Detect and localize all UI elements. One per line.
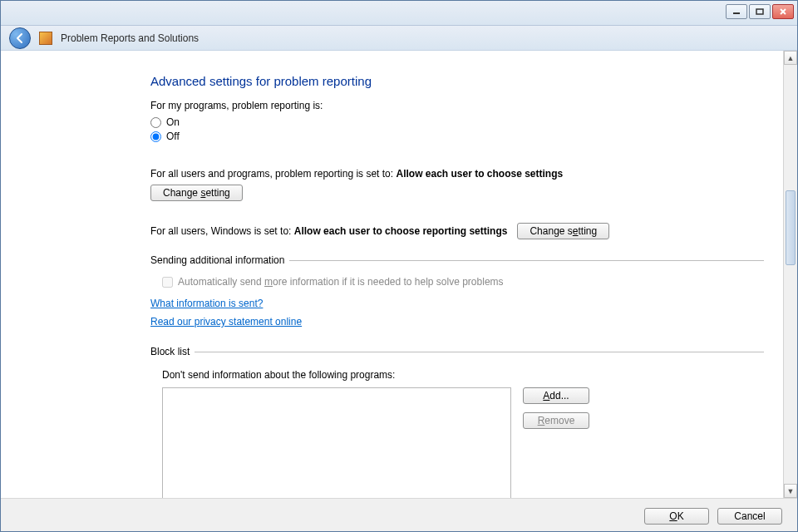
radio-on[interactable]: On [150, 116, 764, 128]
radio-off-input[interactable] [150, 131, 161, 142]
cancel-button[interactable]: Cancel [717, 508, 782, 525]
svg-rect-1 [756, 9, 763, 14]
page-heading: Advanced settings for problem reporting [150, 74, 764, 88]
radio-off-label: Off [166, 131, 180, 142]
all-users-windows-line: For all users, Windows is set to: Allow … [150, 223, 764, 239]
group-sending: Sending additional information Automatic… [150, 254, 764, 331]
scroll-up-arrow[interactable]: ▲ [784, 51, 797, 65]
group-block-list: Block list Don't send information about … [150, 346, 764, 498]
window-title: Problem Reports and Solutions [61, 32, 199, 44]
content-wrap: Advanced settings for problem reporting … [1, 51, 797, 498]
ok-button[interactable]: OK [644, 508, 709, 525]
group-block-title: Block list [150, 346, 195, 357]
scroll-down-arrow[interactable]: ▼ [784, 484, 797, 498]
radio-on-input[interactable] [150, 117, 161, 128]
maximize-button[interactable] [749, 4, 771, 19]
app-icon [39, 32, 52, 45]
block-list-box[interactable] [162, 387, 511, 498]
change-setting-button-2[interactable]: Change setting [517, 223, 609, 239]
scroll-track[interactable] [784, 65, 797, 484]
my-programs-label: For my programs, problem reporting is: [150, 100, 764, 111]
remove-button: Remove [523, 412, 589, 429]
nav-band: Problem Reports and Solutions [1, 26, 797, 51]
cb-auto-send: Automatically send more information if i… [162, 276, 764, 288]
scroll-thumb[interactable] [786, 190, 796, 265]
cb-auto-send-label: Automatically send more information if i… [178, 276, 504, 288]
close-button[interactable] [772, 4, 794, 19]
all-users-programs-prefix: For all users and programs, problem repo… [150, 168, 396, 180]
all-users-windows-value: Allow each user to choose reporting sett… [294, 225, 508, 237]
all-users-programs-line: For all users and programs, problem repo… [150, 168, 764, 180]
block-list-label: Don't send information about the followi… [162, 369, 764, 381]
vertical-scrollbar[interactable]: ▲ ▼ [783, 51, 797, 498]
all-users-programs-value: Allow each user to choose settings [396, 168, 563, 180]
minimize-button[interactable] [726, 4, 747, 19]
back-button[interactable] [9, 27, 31, 49]
group-sending-title: Sending additional information [150, 254, 289, 266]
add-button[interactable]: Add... [523, 387, 589, 404]
radio-on-label: On [166, 116, 180, 128]
change-setting-button-1[interactable]: Change setting [150, 185, 243, 201]
link-what-info[interactable]: What information is sent? [150, 298, 263, 309]
window-buttons [726, 4, 794, 19]
titlebar [1, 1, 797, 26]
all-users-windows-prefix: For all users, Windows is set to: [150, 225, 294, 237]
radio-off[interactable]: Off [150, 131, 764, 142]
content: Advanced settings for problem reporting … [1, 51, 797, 498]
cb-auto-send-input [162, 277, 173, 288]
link-privacy[interactable]: Read our privacy statement online [150, 316, 302, 328]
all-users-windows-text: For all users, Windows is set to: Allow … [150, 225, 507, 237]
footer: OK Cancel [1, 498, 797, 532]
